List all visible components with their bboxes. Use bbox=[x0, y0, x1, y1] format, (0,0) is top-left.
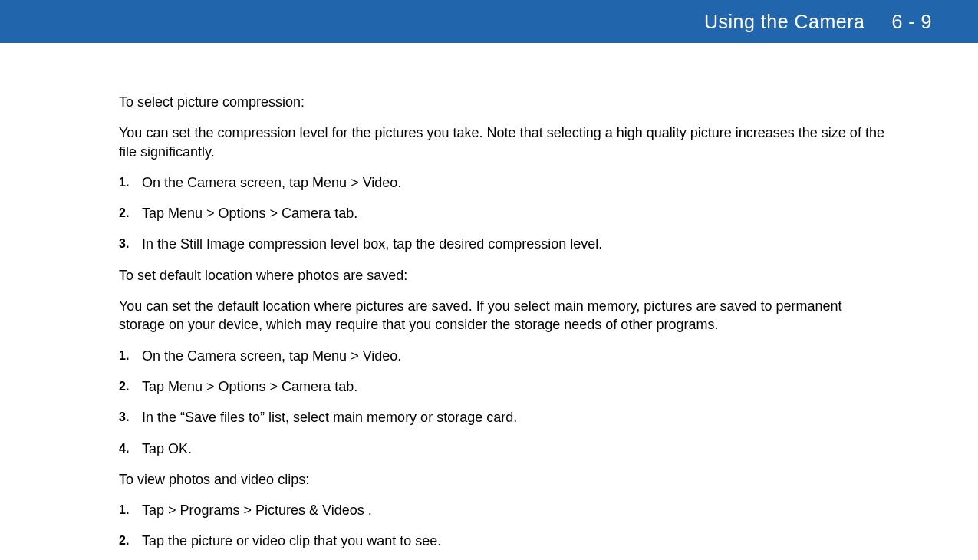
steps-list: 1. On the Camera screen, tap Menu > Vide… bbox=[119, 347, 890, 458]
list-item: 3. In the Still Image compression level … bbox=[119, 235, 890, 253]
list-text: In the Still Image compression level box… bbox=[142, 235, 890, 253]
list-number: 2. bbox=[119, 377, 142, 396]
list-number: 3. bbox=[119, 235, 142, 253]
list-item: 1. On the Camera screen, tap Menu > Vide… bbox=[119, 173, 890, 192]
list-number: 4. bbox=[119, 440, 142, 458]
list-item: 2. Tap Menu > Options > Camera tab. bbox=[119, 204, 890, 222]
header-title: Using the Camera bbox=[704, 11, 864, 33]
page-header: Using the Camera 6 - 9 bbox=[0, 0, 978, 43]
section-intro: To set default location where photos are… bbox=[119, 266, 890, 285]
list-item: 4. Tap OK. bbox=[119, 440, 890, 458]
list-text: Tap the picture or video clip that you w… bbox=[142, 532, 890, 550]
list-item: 1. On the Camera screen, tap Menu > Vide… bbox=[119, 347, 890, 365]
list-text: Tap > Programs > Pictures & Videos . bbox=[142, 501, 890, 519]
list-item: 3. In the “Save files to” list, select m… bbox=[119, 408, 890, 427]
list-number: 3. bbox=[119, 408, 142, 427]
list-text: On the Camera screen, tap Menu > Video. bbox=[142, 347, 890, 365]
list-item: 2. Tap Menu > Options > Camera tab. bbox=[119, 377, 890, 396]
list-number: 1. bbox=[119, 173, 142, 192]
list-text: Tap Menu > Options > Camera tab. bbox=[142, 377, 890, 396]
list-number: 1. bbox=[119, 347, 142, 365]
steps-list: 1. On the Camera screen, tap Menu > Vide… bbox=[119, 173, 890, 254]
list-text: Tap Menu > Options > Camera tab. bbox=[142, 204, 890, 222]
list-text: In the “Save files to” list, select main… bbox=[142, 408, 890, 427]
section-description: You can set the default location where p… bbox=[119, 297, 890, 334]
list-item: 2. Tap the picture or video clip that yo… bbox=[119, 532, 890, 550]
list-text: On the Camera screen, tap Menu > Video. bbox=[142, 173, 890, 192]
section-description: You can set the compression level for th… bbox=[119, 124, 890, 161]
list-number: 2. bbox=[119, 204, 142, 222]
section-intro: To view photos and video clips: bbox=[119, 470, 890, 489]
steps-list: 1. Tap > Programs > Pictures & Videos . … bbox=[119, 501, 890, 551]
header-page-number: 6 - 9 bbox=[891, 11, 932, 33]
list-number: 2. bbox=[119, 532, 142, 550]
list-item: 1. Tap > Programs > Pictures & Videos . bbox=[119, 501, 890, 519]
section-intro: To select picture compression: bbox=[119, 93, 890, 111]
list-number: 1. bbox=[119, 501, 142, 519]
list-text: Tap OK. bbox=[142, 440, 890, 458]
page-content: To select picture compression: You can s… bbox=[0, 43, 978, 551]
